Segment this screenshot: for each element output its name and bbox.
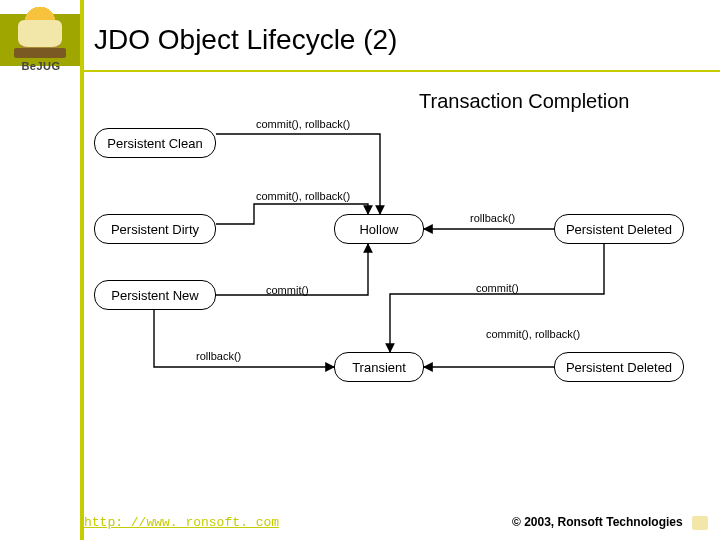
edge-new-transient: rollback() — [194, 350, 243, 362]
footer-copyright: © 2003, Ronsoft Technologies — [512, 515, 683, 529]
state-transient: Transient — [334, 352, 424, 382]
edge-deleted-hollow: rollback() — [468, 212, 517, 224]
sidebar-line — [80, 0, 84, 540]
state-persistent-deleted-a: Persistent Deleted — [554, 214, 684, 244]
section-heading: Transaction Completion — [419, 90, 629, 113]
edge-deleted-b-transient: commit(), rollback() — [484, 328, 582, 340]
state-persistent-dirty: Persistent Dirty — [94, 214, 216, 244]
state-hollow: Hollow — [334, 214, 424, 244]
edge-dirty-hollow: commit(), rollback() — [254, 190, 352, 202]
state-persistent-new: Persistent New — [94, 280, 216, 310]
logo: BeJUG — [6, 2, 76, 74]
logo-cup-icon — [18, 20, 62, 50]
state-persistent-deleted-b: Persistent Deleted — [554, 352, 684, 382]
page-title: JDO Object Lifecycle (2) — [84, 10, 720, 70]
footer-link[interactable]: http: //www. ronsoft. com — [84, 515, 279, 530]
header-underline — [84, 70, 720, 72]
logo-text: BeJUG — [6, 60, 76, 72]
edge-deleted-a-transient: commit() — [474, 282, 521, 294]
edge-new-hollow: commit() — [264, 284, 311, 296]
state-persistent-clean: Persistent Clean — [94, 128, 216, 158]
diagram: Transaction Completion Persistent Clean … — [84, 84, 720, 500]
logo-base-icon — [14, 48, 66, 58]
footer: http: //www. ronsoft. com © 2003, Ronsof… — [84, 515, 708, 530]
title-text: JDO Object Lifecycle (2) — [94, 24, 397, 56]
footer-deco-icon — [692, 516, 708, 530]
edge-clean-hollow: commit(), rollback() — [254, 118, 352, 130]
